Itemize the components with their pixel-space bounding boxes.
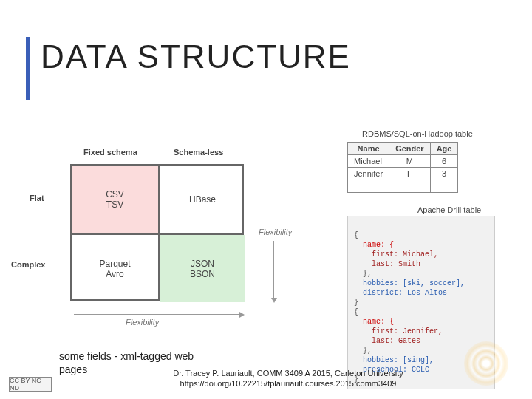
flexibility-label-right: Flexibility <box>259 228 292 236</box>
arrow-right-icon <box>74 314 240 315</box>
fragment-line1: some fields - xml-tagged web <box>59 350 194 362</box>
credit-line1: Dr. Tracey P. Lauriault, COMM 3409 A 201… <box>129 368 447 378</box>
cell-hbase: HBase <box>160 166 245 233</box>
table-row <box>348 180 458 193</box>
cell-json-bson: JSON BSON <box>160 235 245 302</box>
cell-parquet-avro: Parquet Avro <box>72 235 158 302</box>
table-row: Michael M 6 <box>348 155 458 168</box>
col-header-fixed: Fixed schema <box>83 148 137 157</box>
cell-csv-tsv: CSV TSV <box>72 166 158 233</box>
credit-line2: https://doi.org/10.22215/tplauriault.cou… <box>129 378 447 389</box>
rdbms-table: Name Gender Age Michael M 6 Jennifer F 3 <box>347 142 458 193</box>
row-label-complex: Complex <box>11 260 45 269</box>
arrow-down-icon <box>273 241 274 299</box>
schema-matrix: Fixed schema Schema-less Flat Complex CS… <box>70 164 244 301</box>
row-label-flat: Flat <box>30 194 44 202</box>
grid-box: CSV TSV HBase Parquet Avro JSON BSON <box>70 164 244 301</box>
rdbms-label: RDBMS/SQL-on-Hadoop table <box>362 129 473 138</box>
rdbms-th-age: Age <box>430 143 458 155</box>
credit-block: Dr. Tracey P. Lauriault, COMM 3409 A 201… <box>129 368 447 389</box>
fragment-line2: pages <box>59 364 87 375</box>
rdbms-th-gender: Gender <box>389 143 431 155</box>
radial-graphic-icon <box>464 341 508 386</box>
col-header-schemaless: Schema-less <box>174 148 223 157</box>
cc-license-icon: CC BY-NC-ND <box>9 377 52 392</box>
flexibility-label-bottom: Flexibility <box>126 318 159 327</box>
table-row: Jennifer F 3 <box>348 168 458 180</box>
title-accent-bar <box>26 37 30 100</box>
drill-label: Apache Drill table <box>417 205 481 214</box>
rdbms-th-name: Name <box>348 143 389 155</box>
page-title: DATA STRUCTURE <box>41 38 351 75</box>
